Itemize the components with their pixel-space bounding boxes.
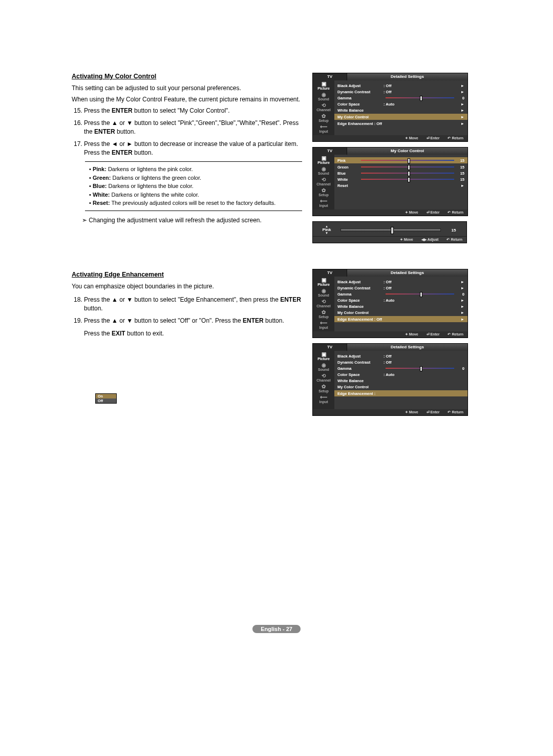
adjust-row-pink[interactable]: ▲Pink▼ 15 [318,226,461,234]
sidebar-input[interactable]: ⟵Input [313,123,334,134]
row-dynamic-contrast[interactable]: Dynamic Contrast: Off► [337,285,464,291]
section2-title: Activating Edge Enhancement [72,271,302,278]
dropdown-on[interactable]: On [96,394,116,398]
sidebar-sound[interactable]: ◉Sound [313,165,334,176]
setup-icon: ✿ [322,188,326,193]
sidebar-input[interactable]: ⟵Input [313,394,334,405]
row-gamma[interactable]: Gamma0 [337,95,464,101]
section2-intro: You can emphasize object boundaries in t… [72,282,302,290]
row-dynamic-contrast[interactable]: Dynamic Contrast: Off► [337,89,464,95]
hint-return: Return [448,332,463,337]
row-gamma[interactable]: Gamma0 [337,365,464,371]
row-edge-enhancement[interactable]: Edge Enhancement : Off► [334,316,467,322]
input-icon: ⟵ [320,199,327,204]
hint-return: Return [448,211,463,215]
row-dynamic-contrast[interactable]: Dynamic Contrast: Off [337,359,464,365]
sidebar-sound[interactable]: ◉Sound [313,362,334,372]
sidebar-setup[interactable]: ✿Setup [313,187,334,198]
sidebar-picture[interactable]: ▣Picture [313,80,334,91]
left-column: Activating My Color Control This setting… [72,73,302,416]
adjust-slider[interactable] [341,228,441,232]
tv-menu-detailed-2: TV Detailed Settings ▣Picture ◉Sound ⟲Ch… [312,269,468,338]
hint-move: Move [400,238,413,242]
hint-enter: Enter [427,136,440,140]
step-16: Press the ▲ or ▼ button to select "Pink"… [84,119,302,137]
section1-note: Changing the adjustment value will refre… [82,216,302,225]
tv-menu-detailed-3: TV Detailed Settings ▣Picture ◉Sound ⟲Ch… [312,343,468,416]
tv-sidebar: ▣Picture ◉Sound ⟲Channel ✿Setup ⟵Input [313,351,334,409]
hint-adjust: Adjust [421,238,439,242]
sidebar-channel[interactable]: ⟲Channel [313,176,334,187]
tv-menu-mycolor: TV My Color Control ▣Picture ◉Sound ⟲Cha… [312,147,468,216]
row-edge-enhancement[interactable]: Edge Enhancement : Off► [337,120,464,127]
row-white-balance[interactable]: White Balance► [337,303,464,309]
row-black-adjust[interactable]: Black Adjust: Off► [337,82,464,89]
row-color-space[interactable]: Color Space: Auto► [337,297,464,303]
row-black-adjust[interactable]: Black Adjust: Off [337,353,464,359]
sound-icon: ◉ [322,166,326,172]
tv-content: Black Adjust: Off► Dynamic Contrast: Off… [334,277,467,331]
row-white[interactable]: White15 [337,176,464,182]
tv-content: Black Adjust: Off Dynamic Contrast: Off … [334,351,467,409]
hint-return: Return [446,238,462,242]
channel-icon: ⟲ [322,103,326,108]
step-19: Press the ▲ or ▼ button to select "Off" … [84,317,302,339]
sidebar-sound[interactable]: ◉Sound [313,287,334,298]
row-green[interactable]: Green15 [337,164,464,170]
row-my-color-control[interactable]: My Color Control [337,384,464,390]
row-pink[interactable]: Pink15 [334,157,467,163]
input-icon: ⟵ [320,124,327,130]
sidebar-sound[interactable]: ◉Sound [313,91,334,102]
sidebar-picture[interactable]: ▣Picture [313,351,334,362]
row-white-balance[interactable]: White Balance► [337,107,464,113]
edge-dropdown[interactable]: On Off [95,393,117,404]
sidebar-picture[interactable]: ▣Picture [313,277,334,287]
sidebar-setup[interactable]: ✿Setup [313,383,334,394]
dropdown-off[interactable]: Off [96,398,116,403]
sidebar-channel[interactable]: ⟲Channel [313,372,334,383]
sidebar-input[interactable]: ⟵Input [313,320,334,330]
sidebar-setup[interactable]: ✿Setup [313,113,334,123]
adjust-footer: Move Adjust Return [313,236,466,243]
tv-footer: Move Enter Return [313,135,467,141]
sidebar-picture[interactable]: ▣Picture [313,155,334,165]
row-color-space[interactable]: Color Space: Auto [337,371,464,377]
channel-icon: ⟲ [322,373,326,379]
hint-return: Return [448,410,463,414]
bullet-box: Pink: Darkens or lightens the pink color… [85,161,302,211]
adjust-value: 15 [446,228,461,233]
sidebar-channel[interactable]: ⟲Channel [313,102,334,113]
row-blue[interactable]: Blue15 [337,170,464,176]
step-15: Press the ENTER button to select "My Col… [84,107,302,115]
setup-icon: ✿ [322,310,326,315]
row-edge-enhancement[interactable]: Edge Enhancement : On Off [334,390,467,396]
row-reset[interactable]: Reset► [337,182,464,188]
tv-sidebar: ▣Picture ◉Sound ⟲Channel ✿Setup ⟵Input [313,155,334,209]
hint-return: Return [448,136,463,140]
hint-enter: Enter [427,332,440,337]
row-white-balance[interactable]: White Balance [337,377,464,384]
tv-sidebar: ▣Picture ◉Sound ⟲Channel ✿Setup ⟵Input [313,80,334,135]
sidebar-input[interactable]: ⟵Input [313,198,334,208]
adjust-panel: ▲Pink▼ 15 Move Adjust Return [312,221,467,243]
bullet-blue: Blue: Darkens or lightens the blue color… [89,182,298,191]
tv-sidebar: ▣Picture ◉Sound ⟲Channel ✿Setup ⟵Input [313,277,334,331]
tv-menu-detailed-1: TV Detailed Settings ▣Picture ◉Sound ⟲Ch… [312,73,468,142]
hint-move: Move [405,410,418,414]
page-content: Activating My Color Control This setting… [0,0,553,436]
tv-title: Detailed Settings [347,269,467,277]
row-gamma[interactable]: Gamma0 [337,291,464,297]
row-black-adjust[interactable]: Black Adjust: Off► [337,279,464,285]
bullet-white: White: Darkens or lightens the white col… [89,191,298,199]
hint-move: Move [405,211,418,215]
row-my-color-control[interactable]: My Color Control► [334,114,467,120]
row-color-space[interactable]: Color Space: Auto► [337,101,464,107]
tv-footer: Move Enter Return [313,409,467,415]
picture-icon: ▣ [322,352,326,357]
row-my-color-control[interactable]: My Color Control► [337,309,464,316]
step-17: Press the ◄ or ► button to decrease or i… [84,140,302,158]
hint-enter: Enter [427,211,440,215]
sidebar-setup[interactable]: ✿Setup [313,309,334,320]
sidebar-channel[interactable]: ⟲Channel [313,298,334,309]
hint-enter: Enter [427,410,440,414]
